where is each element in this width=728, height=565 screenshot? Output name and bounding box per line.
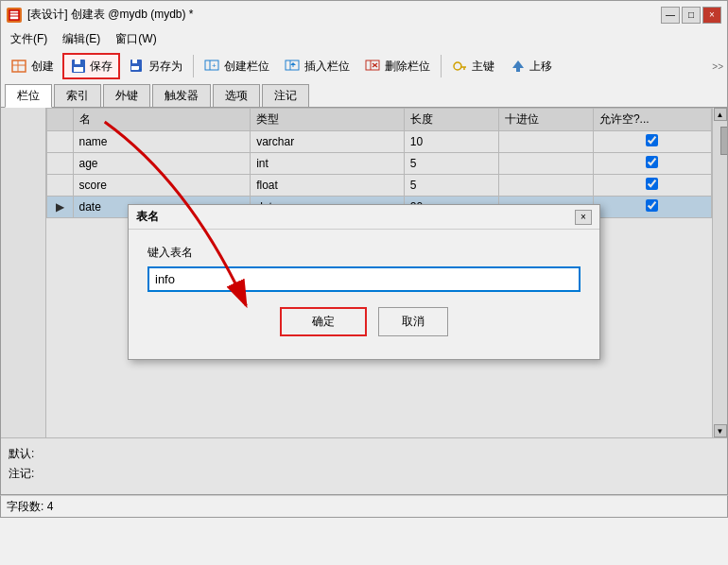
- delcol-label: 删除栏位: [385, 59, 430, 75]
- ok-button[interactable]: 确定: [280, 307, 367, 336]
- addcol-icon: +: [204, 59, 221, 74]
- primarykey-label: 主键: [472, 59, 494, 75]
- moveup-label: 上移: [529, 59, 552, 75]
- addcol-button[interactable]: + 创建栏位: [198, 53, 276, 79]
- status-text: 字段数: 4: [7, 499, 53, 515]
- svg-point-24: [454, 62, 461, 70]
- key-icon: [452, 59, 469, 74]
- addcol-label: 创建栏位: [224, 59, 269, 75]
- svg-rect-7: [75, 60, 80, 64]
- tab-columns[interactable]: 栏位: [5, 84, 52, 108]
- status-bar: 字段数: 4: [0, 495, 728, 518]
- toolbar-separator-1: [193, 55, 194, 77]
- cancel-button[interactable]: 取消: [378, 307, 448, 336]
- svg-marker-27: [512, 60, 524, 68]
- tab-bar: 栏位 索引 外键 触发器 选项 注记: [0, 83, 728, 108]
- save-icon: [70, 59, 87, 74]
- create-button[interactable]: 创建: [5, 53, 61, 79]
- minimize-button[interactable]: —: [661, 7, 680, 24]
- input-label: 键入表名: [147, 245, 581, 261]
- svg-text:+: +: [212, 61, 217, 70]
- delcol-icon: [365, 59, 382, 74]
- window-menu[interactable]: 窗口(W): [110, 30, 162, 48]
- svg-rect-10: [132, 60, 137, 63]
- tab-index[interactable]: 索引: [54, 84, 101, 107]
- create-label: 创建: [31, 59, 54, 75]
- tab-trigger[interactable]: 触发器: [152, 84, 211, 107]
- save-button[interactable]: 保存: [62, 53, 120, 79]
- tab-options[interactable]: 选项: [213, 84, 260, 107]
- toolbar: 创建 保存 + 另存为 + 创建栏位 插入栏位 删除栏位: [0, 49, 728, 83]
- save-label: 保存: [90, 59, 113, 75]
- insertcol-label: 插入栏位: [304, 59, 350, 75]
- window-controls: — □ ×: [661, 7, 721, 24]
- saveas-button[interactable]: + 另存为: [122, 53, 189, 79]
- dialog-buttons: 确定 取消: [147, 307, 581, 336]
- insertcol-icon: [285, 59, 302, 74]
- dialog-body: 键入表名 确定 取消: [129, 230, 599, 359]
- toolbar-separator-2: [441, 55, 442, 77]
- close-button[interactable]: ×: [702, 7, 721, 24]
- window-title: [表设计] 创建表 @mydb (mydb) *: [27, 7, 194, 23]
- moveup-button[interactable]: 上移: [503, 53, 559, 79]
- maximize-button[interactable]: □: [682, 7, 701, 24]
- dialog-titlebar: 表名 ×: [129, 205, 599, 230]
- svg-rect-8: [74, 67, 83, 72]
- svg-rect-28: [516, 68, 520, 72]
- svg-rect-3: [12, 60, 26, 72]
- insertcol-button[interactable]: 插入栏位: [278, 53, 356, 79]
- file-menu[interactable]: 文件(F): [5, 30, 53, 48]
- tablename-input[interactable]: [147, 266, 581, 292]
- menu-bar: 文件(F) 编辑(E) 窗口(W): [0, 28, 728, 49]
- saveas-label: 另存为: [148, 59, 182, 75]
- main-area: 名 类型 长度 十进位 允许空?... name varchar 10: [0, 108, 728, 495]
- dialog-table-name: 表名 × 键入表名 确定 取消: [128, 204, 600, 360]
- svg-text:+: +: [138, 66, 142, 73]
- saveas-icon: +: [129, 59, 146, 74]
- tab-notes[interactable]: 注记: [262, 84, 309, 107]
- svg-marker-19: [290, 62, 296, 65]
- up-icon: [510, 59, 527, 74]
- edit-menu[interactable]: 编辑(E): [57, 30, 106, 48]
- modal-overlay: 表名 × 键入表名 确定 取消: [1, 108, 727, 494]
- dialog-title: 表名: [136, 209, 159, 225]
- tab-foreign-key[interactable]: 外键: [103, 84, 150, 107]
- app-icon: [7, 8, 22, 23]
- delcol-button[interactable]: 删除栏位: [358, 53, 437, 79]
- svg-rect-0: [9, 10, 19, 20]
- title-bar: [表设计] 创建表 @mydb (mydb) * — □ ×: [0, 0, 728, 28]
- primarykey-button[interactable]: 主键: [445, 53, 501, 79]
- toolbar-more[interactable]: >>: [712, 61, 723, 72]
- svg-rect-20: [366, 60, 379, 70]
- dialog-close-button[interactable]: ×: [575, 210, 592, 225]
- create-icon: [11, 59, 28, 74]
